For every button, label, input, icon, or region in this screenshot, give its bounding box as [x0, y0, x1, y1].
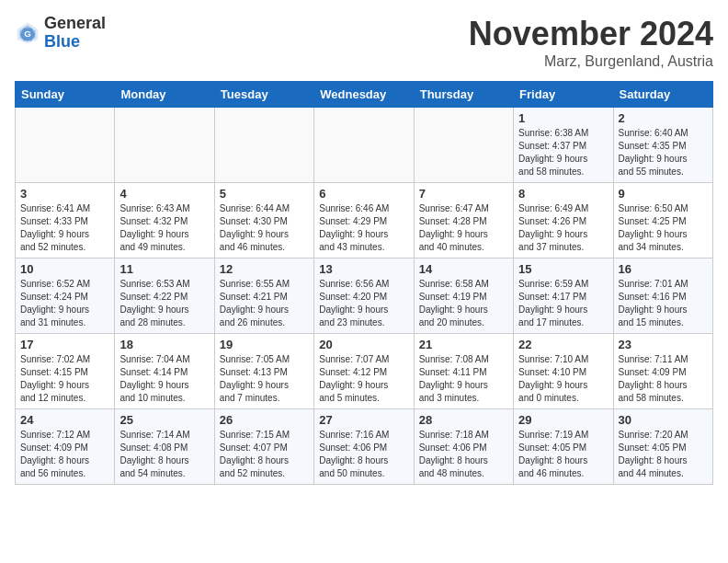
day-info: Sunrise: 7:18 AM Sunset: 4:06 PM Dayligh…	[419, 429, 508, 480]
calendar-cell: 3Sunrise: 6:41 AM Sunset: 4:33 PM Daylig…	[16, 183, 115, 259]
calendar-cell	[314, 108, 414, 183]
day-number: 18	[119, 338, 209, 351]
day-info: Sunrise: 7:01 AM Sunset: 4:16 PM Dayligh…	[619, 278, 708, 329]
day-info: Sunrise: 6:59 AM Sunset: 4:17 PM Dayligh…	[518, 278, 608, 329]
day-number: 24	[20, 413, 109, 427]
day-number: 26	[220, 413, 309, 427]
day-info: Sunrise: 6:40 AM Sunset: 4:35 PM Dayligh…	[619, 127, 708, 178]
calendar-cell: 20Sunrise: 7:07 AM Sunset: 4:12 PM Dayli…	[314, 334, 414, 409]
calendar-cell: 11Sunrise: 6:53 AM Sunset: 4:22 PM Dayli…	[115, 259, 214, 334]
weekday-header-tuesday: Tuesday	[214, 82, 313, 108]
calendar-cell: 18Sunrise: 7:04 AM Sunset: 4:14 PM Dayli…	[115, 334, 214, 409]
day-number: 25	[119, 413, 209, 427]
day-number: 8	[518, 187, 608, 201]
calendar-cell: 6Sunrise: 6:46 AM Sunset: 4:29 PM Daylig…	[314, 183, 414, 259]
day-info: Sunrise: 6:55 AM Sunset: 4:21 PM Dayligh…	[220, 278, 309, 329]
day-info: Sunrise: 6:47 AM Sunset: 4:28 PM Dayligh…	[419, 202, 508, 254]
day-info: Sunrise: 6:41 AM Sunset: 4:33 PM Dayligh…	[20, 202, 109, 254]
logo-text: General Blue	[44, 15, 106, 52]
day-info: Sunrise: 6:53 AM Sunset: 4:22 PM Dayligh…	[119, 278, 209, 329]
title-area: November 2024 Marz, Burgenland, Austria	[469, 15, 713, 70]
calendar-week-3: 10Sunrise: 6:52 AM Sunset: 4:24 PM Dayli…	[16, 259, 713, 334]
day-number: 21	[419, 338, 508, 351]
day-number: 2	[619, 111, 708, 125]
day-info: Sunrise: 7:11 AM Sunset: 4:09 PM Dayligh…	[619, 353, 708, 405]
location-subtitle: Marz, Burgenland, Austria	[469, 53, 713, 70]
calendar-cell: 4Sunrise: 6:43 AM Sunset: 4:32 PM Daylig…	[115, 183, 214, 259]
day-info: Sunrise: 6:52 AM Sunset: 4:24 PM Dayligh…	[20, 278, 109, 329]
weekday-header-sunday: Sunday	[16, 82, 115, 108]
calendar-cell: 26Sunrise: 7:15 AM Sunset: 4:07 PM Dayli…	[214, 409, 313, 485]
calendar-cell: 25Sunrise: 7:14 AM Sunset: 4:08 PM Dayli…	[115, 409, 214, 485]
calendar-table: SundayMondayTuesdayWednesdayThursdayFrid…	[15, 81, 713, 485]
calendar-cell: 13Sunrise: 6:56 AM Sunset: 4:20 PM Dayli…	[314, 259, 414, 334]
logo-icon: G	[15, 20, 40, 46]
header: G General Blue November 2024 Marz, Burge…	[15, 15, 713, 70]
day-number: 1	[518, 111, 608, 125]
day-number: 13	[319, 262, 408, 276]
calendar-cell: 10Sunrise: 6:52 AM Sunset: 4:24 PM Dayli…	[16, 259, 115, 334]
calendar-week-1: 1Sunrise: 6:38 AM Sunset: 4:37 PM Daylig…	[16, 108, 713, 183]
day-number: 6	[319, 187, 408, 201]
month-title: November 2024	[469, 15, 713, 53]
day-number: 19	[220, 338, 309, 351]
calendar-week-4: 17Sunrise: 7:02 AM Sunset: 4:15 PM Dayli…	[16, 334, 713, 409]
day-number: 20	[319, 338, 408, 351]
calendar-cell: 23Sunrise: 7:11 AM Sunset: 4:09 PM Dayli…	[613, 334, 712, 409]
calendar-cell: 24Sunrise: 7:12 AM Sunset: 4:09 PM Dayli…	[16, 409, 115, 485]
day-number: 15	[518, 262, 608, 276]
calendar-cell: 21Sunrise: 7:08 AM Sunset: 4:11 PM Dayli…	[414, 334, 513, 409]
weekday-header-friday: Friday	[514, 82, 613, 108]
weekday-header-thursday: Thursday	[414, 82, 513, 108]
day-info: Sunrise: 7:08 AM Sunset: 4:11 PM Dayligh…	[419, 353, 508, 405]
day-info: Sunrise: 7:04 AM Sunset: 4:14 PM Dayligh…	[119, 353, 209, 405]
day-info: Sunrise: 7:12 AM Sunset: 4:09 PM Dayligh…	[20, 429, 109, 480]
day-info: Sunrise: 7:20 AM Sunset: 4:05 PM Dayligh…	[619, 429, 708, 480]
day-info: Sunrise: 6:44 AM Sunset: 4:30 PM Dayligh…	[220, 202, 309, 254]
calendar-cell: 22Sunrise: 7:10 AM Sunset: 4:10 PM Dayli…	[514, 334, 613, 409]
calendar-cell	[214, 108, 313, 183]
day-info: Sunrise: 7:14 AM Sunset: 4:08 PM Dayligh…	[119, 429, 209, 480]
calendar-cell: 15Sunrise: 6:59 AM Sunset: 4:17 PM Dayli…	[514, 259, 613, 334]
day-number: 30	[619, 413, 708, 427]
calendar-cell	[414, 108, 513, 183]
day-info: Sunrise: 6:58 AM Sunset: 4:19 PM Dayligh…	[419, 278, 508, 329]
day-info: Sunrise: 7:05 AM Sunset: 4:13 PM Dayligh…	[220, 353, 309, 405]
calendar-cell: 30Sunrise: 7:20 AM Sunset: 4:05 PM Dayli…	[613, 409, 712, 485]
day-number: 7	[419, 187, 508, 201]
day-info: Sunrise: 6:49 AM Sunset: 4:26 PM Dayligh…	[518, 202, 608, 254]
day-info: Sunrise: 6:38 AM Sunset: 4:37 PM Dayligh…	[518, 127, 608, 178]
weekday-header-monday: Monday	[115, 82, 214, 108]
day-number: 28	[419, 413, 508, 427]
calendar-header: SundayMondayTuesdayWednesdayThursdayFrid…	[16, 82, 713, 108]
day-number: 10	[20, 262, 109, 276]
day-info: Sunrise: 6:43 AM Sunset: 4:32 PM Dayligh…	[119, 202, 209, 254]
calendar-cell: 2Sunrise: 6:40 AM Sunset: 4:35 PM Daylig…	[613, 108, 712, 183]
calendar-cell: 8Sunrise: 6:49 AM Sunset: 4:26 PM Daylig…	[514, 183, 613, 259]
day-number: 22	[518, 338, 608, 351]
calendar-cell: 5Sunrise: 6:44 AM Sunset: 4:30 PM Daylig…	[214, 183, 313, 259]
day-info: Sunrise: 7:02 AM Sunset: 4:15 PM Dayligh…	[20, 353, 109, 405]
day-info: Sunrise: 7:16 AM Sunset: 4:06 PM Dayligh…	[319, 429, 408, 480]
day-number: 17	[20, 338, 109, 351]
day-number: 11	[119, 262, 209, 276]
calendar-week-2: 3Sunrise: 6:41 AM Sunset: 4:33 PM Daylig…	[16, 183, 713, 259]
day-number: 9	[619, 187, 708, 201]
day-info: Sunrise: 6:50 AM Sunset: 4:25 PM Dayligh…	[619, 202, 708, 254]
logo-general: General	[44, 14, 106, 32]
day-number: 5	[220, 187, 309, 201]
weekday-header-saturday: Saturday	[613, 82, 712, 108]
logo-blue: Blue	[44, 32, 80, 51]
day-number: 16	[619, 262, 708, 276]
day-number: 29	[518, 413, 608, 427]
day-number: 14	[419, 262, 508, 276]
day-info: Sunrise: 6:46 AM Sunset: 4:29 PM Dayligh…	[319, 202, 408, 254]
day-info: Sunrise: 7:19 AM Sunset: 4:05 PM Dayligh…	[518, 429, 608, 480]
calendar-cell: 27Sunrise: 7:16 AM Sunset: 4:06 PM Dayli…	[314, 409, 414, 485]
calendar-cell: 28Sunrise: 7:18 AM Sunset: 4:06 PM Dayli…	[414, 409, 513, 485]
calendar-cell: 19Sunrise: 7:05 AM Sunset: 4:13 PM Dayli…	[214, 334, 313, 409]
day-info: Sunrise: 7:10 AM Sunset: 4:10 PM Dayligh…	[518, 353, 608, 405]
weekday-header-wednesday: Wednesday	[314, 82, 414, 108]
day-number: 27	[319, 413, 408, 427]
calendar-cell: 12Sunrise: 6:55 AM Sunset: 4:21 PM Dayli…	[214, 259, 313, 334]
